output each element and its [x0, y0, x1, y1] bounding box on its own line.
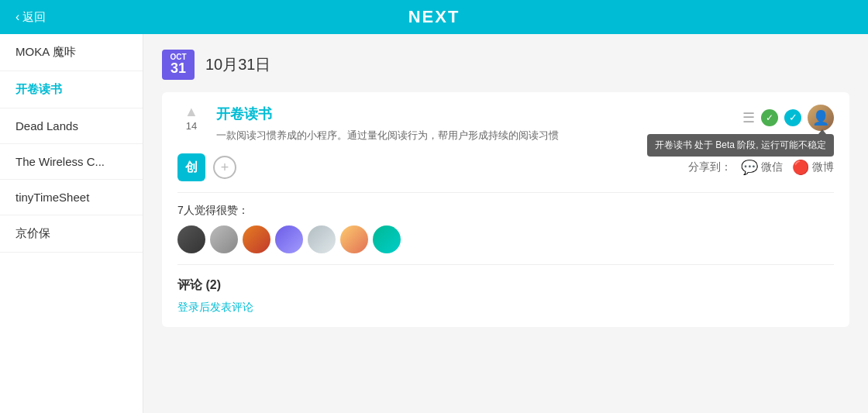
chevron-left-icon: ‹ — [16, 10, 19, 24]
sidebar: MOKA 魔咔 开卷读书 Dead Lands The Wireless C..… — [0, 34, 143, 413]
like-avatar-1 — [177, 225, 205, 253]
status-dot-teal: ✓ — [784, 109, 801, 126]
weibo-icon: 🔴 — [792, 159, 809, 176]
login-to-comment-link[interactable]: 登录后发表评论 — [177, 301, 253, 313]
weibo-label: 微博 — [812, 160, 834, 174]
wechat-share[interactable]: 💬 微信 — [741, 159, 783, 176]
app-header: ‹ 返回 NEXT — [0, 0, 868, 34]
creator-row: 创 + 分享到： 💬 微信 🔴 微博 — [177, 153, 834, 181]
divider-2 — [177, 264, 834, 265]
date-header: OCT 31 10月31日 — [162, 50, 849, 80]
like-avatar-4 — [275, 225, 303, 253]
like-avatar-6 — [340, 225, 368, 253]
like-avatar-2 — [210, 225, 238, 253]
sidebar-item-deadlands[interactable]: Dead Lands — [0, 108, 143, 144]
check-icon: ✓ — [766, 112, 773, 123]
main-content: OCT 31 10月31日 ▲ 14 开卷读书 一款阅读习惯养成的小程序。通过量… — [143, 34, 868, 413]
beta-tooltip: 开卷读书 处于 Beta 阶段, 运行可能不稳定 — [647, 134, 834, 157]
app-title[interactable]: 开卷读书 — [216, 105, 732, 123]
main-layout: MOKA 魔咔 开卷读书 Dead Lands The Wireless C..… — [0, 34, 868, 413]
add-button[interactable]: + — [213, 156, 236, 179]
app-logo: NEXT — [408, 7, 460, 27]
like-avatar-7 — [373, 225, 401, 253]
back-button[interactable]: ‹ 返回 — [16, 10, 46, 25]
vote-box: ▲ 14 — [177, 105, 205, 132]
vote-count: 14 — [186, 120, 197, 132]
comments-section: 评论 (2) 登录后发表评论 — [177, 277, 834, 315]
date-day: 31 — [168, 61, 188, 77]
like-avatar-5 — [308, 225, 336, 253]
menu-icon[interactable]: ☰ — [742, 109, 755, 126]
status-dot-green: ✓ — [761, 109, 778, 126]
back-label: 返回 — [22, 10, 46, 25]
app-card-top: ▲ 14 开卷读书 一款阅读习惯养成的小程序。通过量化阅读行为，帮用户形成持续的… — [177, 105, 834, 143]
likes-avatars — [177, 225, 834, 253]
likes-label: 7人觉得很赞： — [177, 204, 834, 218]
app-card: ▲ 14 开卷读书 一款阅读习惯养成的小程序。通过量化阅读行为，帮用户形成持续的… — [162, 92, 849, 328]
wechat-icon: 💬 — [741, 159, 758, 176]
app-body: 创 + 分享到： 💬 微信 🔴 微博 — [177, 143, 834, 315]
likes-section: 7人觉得很赞： — [177, 204, 834, 253]
weibo-share[interactable]: 🔴 微博 — [792, 159, 834, 176]
sidebar-item-kaijuan[interactable]: 开卷读书 — [0, 71, 143, 108]
sidebar-item-tinytimesheet[interactable]: tinyTimeSheet — [0, 180, 143, 215]
share-label: 分享到： — [688, 160, 732, 174]
avatar-image: 👤 — [812, 109, 829, 126]
date-text: 10月31日 — [205, 54, 271, 75]
sidebar-item-jingjiabao[interactable]: 京价保 — [0, 215, 143, 253]
sidebar-item-moka[interactable]: MOKA 魔咔 — [0, 34, 143, 71]
share-row: 分享到： 💬 微信 🔴 微博 — [688, 159, 834, 176]
creator-icon: 创 — [177, 153, 205, 181]
user-avatar[interactable]: 👤 — [808, 105, 834, 131]
comments-title: 评论 (2) — [177, 277, 834, 294]
like-avatar-3 — [243, 225, 270, 253]
sidebar-item-wireless[interactable]: The Wireless C... — [0, 144, 143, 180]
app-actions: ☰ ✓ ✓ 👤 开卷读书 处于 Beta 阶段, 运行可能不稳定 — [742, 105, 834, 131]
divider — [177, 192, 834, 193]
upvote-icon[interactable]: ▲ — [184, 105, 198, 119]
date-badge: OCT 31 — [162, 50, 195, 80]
info-icon: ✓ — [789, 112, 797, 123]
wechat-label: 微信 — [761, 160, 783, 174]
